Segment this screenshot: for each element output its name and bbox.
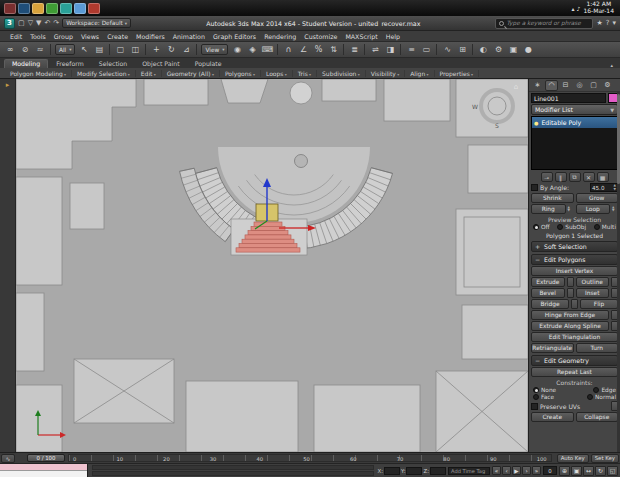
bridge-button[interactable]: Bridge	[531, 299, 569, 309]
rectangular-selection-region-icon[interactable]: ▢	[113, 43, 127, 56]
create-tab-icon[interactable]: ∗	[531, 80, 544, 91]
menu-item[interactable]: Tools	[26, 33, 50, 40]
grow-button[interactable]: Grow	[576, 193, 619, 203]
tray-volume-icon[interactable]: ♪	[577, 5, 581, 12]
select-and-scale-icon[interactable]: ⊿	[179, 43, 193, 56]
soft-selection-rollout[interactable]: + Soft Selection	[531, 241, 618, 252]
ribbon-panel[interactable]: Polygon Modeling	[5, 70, 72, 77]
add-time-tag[interactable]: Add Time Tag	[448, 467, 490, 475]
keyboard-shortcut-override-icon[interactable]: ⌨	[260, 43, 274, 56]
constraint-normal-radio[interactable]: Normal	[587, 394, 616, 400]
render-setup-icon[interactable]: ⚙	[491, 43, 505, 56]
set-key-button[interactable]: Set Key	[591, 454, 619, 463]
viewport-layout-arrow-icon[interactable]: ▸	[6, 81, 10, 89]
remove-modifier-icon[interactable]: ✕	[583, 172, 595, 182]
save-file-icon[interactable]: ▼	[36, 20, 41, 27]
new-scene-icon[interactable]: ▢	[18, 20, 25, 27]
taskbar-app-icon-1[interactable]	[4, 3, 16, 14]
configure-modifier-sets-icon[interactable]: ▦	[597, 172, 609, 182]
workspace-dropdown[interactable]: Workspace: Default ▾	[62, 18, 131, 28]
select-and-manipulate-icon[interactable]: ◈	[245, 43, 259, 56]
spinner-arrows-icon[interactable]: ▲▼	[614, 184, 616, 190]
reference-coordinate-dropdown[interactable]: View ▾	[201, 44, 228, 55]
maximize-viewport-icon[interactable]: ◱	[607, 466, 618, 476]
collapse-button[interactable]: Collapse	[576, 412, 619, 422]
ribbon-panel[interactable]: Modify Selection	[72, 70, 136, 77]
menu-item[interactable]: Customize	[300, 33, 341, 40]
select-by-name-icon[interactable]: ▤	[92, 43, 106, 56]
spinner-snap-icon[interactable]: ⇅	[326, 43, 340, 56]
select-and-rotate-icon[interactable]: ↻	[164, 43, 178, 56]
bevel-settings-button[interactable]	[567, 288, 574, 298]
bridge-settings-button[interactable]	[571, 299, 578, 309]
show-end-result-icon[interactable]: ‖	[555, 172, 567, 182]
go-to-end-icon[interactable]: »	[532, 466, 541, 475]
preview-off-radio[interactable]: Off	[533, 224, 550, 230]
selection-filter-dropdown[interactable]: All ▾	[55, 44, 75, 55]
preview-subobj-radio[interactable]: SubObj	[557, 224, 586, 230]
viewport[interactable]: S W ⌂	[16, 79, 528, 452]
edit-polygons-rollout[interactable]: − Edit Polygons	[531, 254, 618, 265]
ribbon-tab[interactable]: Freeform	[49, 60, 91, 68]
ribbon-tab[interactable]: Object Paint	[135, 60, 186, 68]
favorites-star-icon[interactable]: ★	[596, 20, 602, 27]
unlink-selection-icon[interactable]: ⊘	[18, 43, 32, 56]
taskbar-app-icon-4[interactable]	[46, 3, 58, 14]
open-file-icon[interactable]: ▽	[28, 20, 33, 27]
inset-button[interactable]: Inset	[576, 288, 610, 298]
ring-button[interactable]: Ring	[531, 204, 566, 214]
ribbon-panel[interactable]: Properties	[435, 70, 480, 77]
mirror-icon[interactable]: ⇌	[368, 43, 382, 56]
object-name-field[interactable]: Line001	[531, 93, 606, 103]
menu-item[interactable]: Help	[382, 33, 404, 40]
menu-item[interactable]: MAXScript	[341, 33, 381, 40]
select-object-icon[interactable]: ↖	[77, 43, 91, 56]
stack-item-editable-poly[interactable]: ● Editable Poly	[532, 117, 617, 128]
menu-item[interactable]: Views	[77, 33, 103, 40]
z-coordinate-field[interactable]	[430, 467, 446, 475]
by-angle-checkbox[interactable]	[531, 184, 538, 191]
help-icon[interactable]: ?	[606, 20, 610, 27]
ribbon-minimize-icon[interactable]: ▴	[607, 62, 616, 68]
preview-multi-radio[interactable]: Multi	[594, 224, 616, 230]
use-pivot-center-icon[interactable]: ◉	[230, 43, 244, 56]
percent-snap-icon[interactable]: %	[311, 43, 325, 56]
modifier-stack[interactable]: ● Editable Poly	[531, 116, 618, 170]
ribbon-panel[interactable]: Edit	[136, 70, 162, 77]
zoom-extents-icon[interactable]: ▣	[571, 466, 582, 476]
turn-button[interactable]: Turn	[576, 343, 619, 353]
infocenter-search[interactable]	[495, 18, 593, 29]
go-to-start-icon[interactable]: «	[492, 466, 501, 475]
viewport-layout-tabs[interactable]: ▸	[0, 79, 16, 452]
material-editor-icon[interactable]: ◐	[476, 43, 490, 56]
viewport-canvas[interactable]: S W ⌂	[16, 79, 528, 452]
orbit-icon[interactable]: ↻	[595, 466, 606, 476]
constraint-face-radio[interactable]: Face	[533, 394, 554, 400]
tray-expand-icon[interactable]: ▴	[572, 5, 575, 12]
scene-explorer-icon[interactable]: ≡	[404, 43, 418, 56]
hierarchy-tab-icon[interactable]: ⊟	[559, 80, 572, 91]
taskbar-app-icon-2[interactable]	[18, 3, 30, 14]
schematic-view-icon[interactable]: ⊞	[455, 43, 469, 56]
bevel-button[interactable]: Bevel	[531, 288, 565, 298]
utilities-tab-icon[interactable]: ⚙	[601, 80, 614, 91]
ribbon-toggle-icon[interactable]: ▭	[419, 43, 433, 56]
zoom-icon[interactable]: ⊕	[559, 466, 570, 476]
constraint-edge-radio[interactable]: Edge	[593, 387, 616, 393]
maxscript-mini-listener[interactable]	[0, 464, 88, 477]
make-unique-icon[interactable]: ⧉	[569, 172, 581, 182]
ribbon-panel[interactable]: Subdivision	[317, 70, 366, 77]
time-slider[interactable]: 0 / 100	[27, 454, 65, 462]
named-selection-sets-icon[interactable]: ≣	[347, 43, 361, 56]
ribbon-tab[interactable]: Populate	[188, 60, 229, 68]
motion-tab-icon[interactable]: ◎	[573, 80, 586, 91]
ribbon-panel[interactable]: Visibility	[366, 70, 405, 77]
ribbon-panel[interactable]: Loops	[261, 70, 293, 77]
snaps-toggle-icon[interactable]: ∩	[281, 43, 295, 56]
listener-script-row[interactable]	[0, 471, 87, 477]
repeat-last-button[interactable]: Repeat Last	[531, 367, 618, 377]
pin-stack-icon[interactable]: ⊸	[541, 172, 553, 182]
menu-item[interactable]: Graph Editors	[209, 33, 260, 40]
modify-tab-icon[interactable]: ◠	[545, 80, 558, 91]
taskbar-app-icon-6[interactable]	[74, 3, 86, 14]
